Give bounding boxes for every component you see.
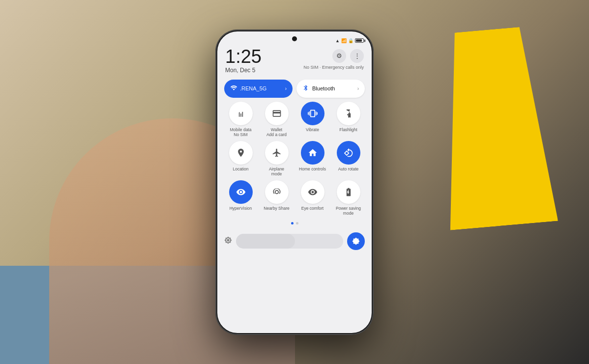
flashlight-label: Flashlight: [339, 127, 357, 132]
location-label: Location: [233, 167, 248, 171]
phone-device: ▲ 📶 🔒 1:25 Mon, Dec 5 ⚙: [216, 30, 373, 335]
hypervision-icon: [236, 187, 246, 197]
quick-toggles: .RENA_5G › Bluetooth ›: [217, 78, 372, 102]
control-wallet[interactable]: WalletAdd a card: [260, 102, 293, 137]
header-icons: ⚙ ⋮: [332, 49, 364, 63]
control-airplane[interactable]: Airplanemode: [260, 141, 293, 176]
bluetooth-icon: [302, 84, 309, 93]
home-icon: [308, 148, 318, 158]
location-icon: [236, 148, 246, 158]
hypervision-btn[interactable]: [229, 180, 253, 204]
rotate-btn[interactable]: [337, 141, 360, 165]
camera-notch: [292, 36, 297, 41]
wifi-toggle[interactable]: .RENA_5G ›: [224, 80, 293, 98]
wifi-status-icon: ▲: [335, 38, 340, 43]
more-button[interactable]: ⋮: [350, 49, 364, 63]
mobile-data-label: Mobile dataNo SIM: [230, 127, 252, 137]
flashlight-icon: [344, 109, 353, 118]
brightness-high-button[interactable]: [347, 232, 365, 250]
control-nearby[interactable]: Nearby Share: [260, 180, 293, 216]
power-saving-icon: [344, 187, 353, 197]
page-dot-2: [296, 222, 298, 224]
wifi-icon: [230, 84, 237, 93]
airplane-btn[interactable]: [265, 141, 289, 165]
lock-status-icon: 🔒: [348, 38, 353, 43]
wallet-icon: [272, 109, 282, 118]
brightness-track[interactable]: [236, 234, 343, 249]
eye-label: Eye comfort: [301, 206, 324, 211]
brightness-low-icon: [224, 236, 232, 246]
brightness-fill: [236, 234, 295, 249]
wallet-label: WalletAdd a card: [266, 127, 287, 137]
bluetooth-svg: [302, 84, 309, 91]
vibrate-icon: [308, 109, 318, 118]
control-vibrate[interactable]: Vibrate: [296, 102, 329, 137]
nearby-icon: [272, 187, 282, 197]
nearby-btn[interactable]: [265, 180, 289, 204]
page-dot-1: [291, 222, 294, 224]
location-btn[interactable]: [229, 141, 253, 165]
control-mobile-data[interactable]: Mobile dataNo SIM: [224, 102, 257, 137]
nearby-label: Nearby Share: [264, 206, 289, 211]
mobile-data-btn[interactable]: [229, 102, 253, 125]
phone-screen: ▲ 📶 🔒 1:25 Mon, Dec 5 ⚙: [217, 31, 372, 333]
time-section: 1:25 Mon, Dec 5: [225, 47, 262, 74]
home-btn[interactable]: [301, 141, 324, 165]
power-label: Power savingmode: [336, 206, 361, 216]
date-display: Mon, Dec 5: [225, 67, 262, 74]
bluetooth-label: Bluetooth: [312, 85, 354, 91]
controls-grid: Mobile dataNo SIM WalletAdd a card: [217, 102, 372, 216]
flashlight-btn[interactable]: [337, 102, 360, 125]
airplane-icon: [272, 148, 282, 158]
eye-btn[interactable]: [301, 180, 324, 204]
settings-icon: ⚙: [336, 52, 342, 59]
vibrate-btn[interactable]: [301, 102, 324, 125]
bluetooth-toggle[interactable]: Bluetooth ›: [296, 80, 365, 98]
brightness-svg: [224, 236, 232, 244]
power-btn[interactable]: [337, 180, 360, 204]
battery-icon: [355, 38, 364, 43]
brightness-row: [217, 228, 372, 254]
control-rotate[interactable]: Auto rotate: [332, 141, 365, 176]
more-icon: ⋮: [354, 52, 360, 59]
settings-button[interactable]: ⚙: [332, 49, 346, 63]
bluetooth-arrow: ›: [357, 86, 359, 91]
vibrate-label: Vibrate: [306, 127, 319, 132]
signal-status-icon: 📶: [341, 38, 347, 43]
phone-wrapper: ▲ 📶 🔒 1:25 Mon, Dec 5 ⚙: [216, 30, 373, 335]
control-flashlight[interactable]: Flashlight: [332, 102, 365, 137]
mobile-data-icon: [236, 109, 246, 118]
eye-comfort-icon: [308, 187, 318, 197]
control-eye[interactable]: Eye comfort: [296, 180, 329, 216]
hypervision-label: HyperVision: [230, 206, 252, 211]
wallet-btn[interactable]: [265, 102, 289, 125]
rotate-icon: [344, 148, 353, 158]
time-display: 1:25: [225, 47, 262, 66]
no-sim-text: No SIM · Emergency calls only: [303, 65, 364, 70]
header: 1:25 Mon, Dec 5 ⚙ ⋮ No SIM · Emergency c…: [217, 45, 372, 78]
control-location[interactable]: Location: [224, 141, 257, 176]
wifi-label: .RENA_5G: [240, 85, 282, 91]
airplane-label: Airplanemode: [269, 167, 284, 176]
wifi-arrow: ›: [285, 86, 287, 91]
control-hypervision[interactable]: HyperVision: [224, 180, 257, 216]
control-home[interactable]: Home controls: [296, 141, 329, 176]
brightness-high-icon: [352, 237, 360, 245]
rotate-label: Auto rotate: [338, 167, 359, 171]
header-right: ⚙ ⋮ No SIM · Emergency calls only: [303, 49, 364, 70]
page-indicator: [217, 222, 372, 224]
home-label: Home controls: [299, 167, 326, 171]
status-icons: ▲ 📶 🔒: [335, 38, 364, 43]
control-power[interactable]: Power savingmode: [332, 180, 365, 216]
wifi-svg: [230, 84, 237, 91]
battery-fill: [356, 39, 362, 42]
